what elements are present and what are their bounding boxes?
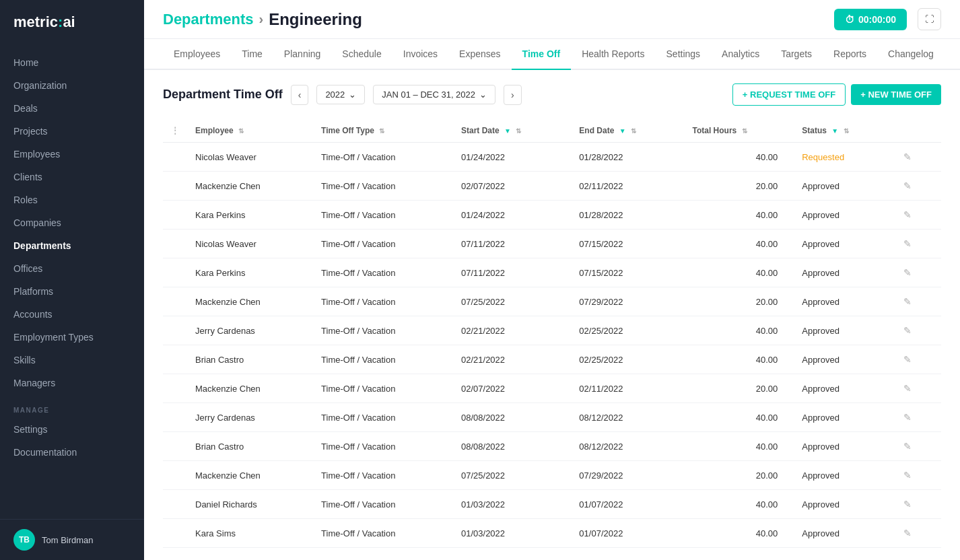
edit-button-13[interactable]: ✎	[899, 526, 916, 540]
row-edit-9[interactable]: ✎	[891, 403, 941, 432]
expand-button[interactable]: ⛶	[918, 8, 941, 30]
sidebar-item-organization[interactable]: Organization	[0, 74, 144, 97]
date-range-chevron: ⌄	[479, 90, 487, 100]
col-type-header[interactable]: Time Off Type ⇅	[313, 119, 453, 143]
next-period-button[interactable]: ›	[504, 85, 522, 105]
sidebar-item-departments[interactable]: Departments	[0, 234, 144, 257]
request-time-off-button[interactable]: + REQUEST TIME OFF	[732, 83, 846, 106]
row-employee-2: Kara Perkins	[187, 201, 313, 230]
row-edit-3[interactable]: ✎	[891, 230, 941, 258]
edit-button-0[interactable]: ✎	[899, 150, 916, 164]
year-selector[interactable]: 2022 ⌄	[316, 85, 365, 104]
tab-invoices[interactable]: Invoices	[392, 39, 448, 70]
row-hours-3: 40.00	[684, 230, 794, 258]
sidebar-item-projects[interactable]: Projects	[0, 120, 144, 143]
row-type-2: Time-Off / Vacation	[313, 201, 453, 230]
edit-button-7[interactable]: ✎	[899, 353, 916, 366]
row-edit-1[interactable]: ✎	[891, 172, 941, 201]
row-menu-5	[163, 287, 187, 316]
column-menu-icon[interactable]: ⋮	[171, 126, 179, 135]
edit-button-3[interactable]: ✎	[899, 237, 916, 250]
col-end-header[interactable]: End Date ▼ ⇅	[571, 119, 684, 143]
sidebar-item-documentation[interactable]: Documentation	[0, 441, 144, 464]
row-edit-7[interactable]: ✎	[891, 345, 941, 374]
timer-button[interactable]: ⏱ 00:00:00	[834, 9, 907, 30]
tab-time-off[interactable]: Time Off	[512, 39, 572, 70]
new-time-off-button[interactable]: + NEW TIME OFF	[851, 84, 941, 105]
row-edit-6[interactable]: ✎	[891, 316, 941, 345]
row-start-6: 02/21/2022	[453, 316, 571, 345]
tab-health-reports[interactable]: Health Reports	[571, 39, 655, 70]
edit-button-8[interactable]: ✎	[899, 382, 916, 395]
col-hours-header[interactable]: Total Hours ⇅	[684, 119, 794, 143]
date-range-selector[interactable]: JAN 01 – DEC 31, 2022 ⌄	[373, 85, 495, 104]
row-start-7: 02/21/2022	[453, 345, 571, 374]
row-edit-5[interactable]: ✎	[891, 287, 941, 316]
breadcrumb-parent[interactable]: Departments	[163, 11, 253, 28]
tab-time[interactable]: Time	[231, 39, 273, 70]
row-menu-2	[163, 201, 187, 230]
row-edit-0[interactable]: ✎	[891, 143, 941, 172]
row-end-13: 01/07/2022	[571, 519, 684, 548]
sidebar-item-platforms[interactable]: Platforms	[0, 280, 144, 303]
sidebar-item-managers[interactable]: Managers	[0, 372, 144, 394]
sidebar-item-roles[interactable]: Roles	[0, 188, 144, 211]
tab-targets[interactable]: Targets	[770, 39, 823, 70]
table-row: Jerry Cardenas Time-Off / Vacation 08/08…	[163, 403, 941, 432]
sidebar-item-clients[interactable]: Clients	[0, 166, 144, 188]
edit-button-1[interactable]: ✎	[899, 179, 916, 193]
row-edit-2[interactable]: ✎	[891, 201, 941, 230]
edit-button-2[interactable]: ✎	[899, 208, 916, 221]
tab-changelog[interactable]: Changelog	[877, 39, 945, 70]
row-employee-3: Nicolas Weaver	[187, 230, 313, 258]
row-type-10: Time-Off / Vacation	[313, 432, 453, 461]
tab-schedule[interactable]: Schedule	[331, 39, 392, 70]
sidebar-item-employees[interactable]: Employees	[0, 143, 144, 166]
col-start-header[interactable]: Start Date ▼ ⇅	[453, 119, 571, 143]
edit-button-11[interactable]: ✎	[899, 468, 916, 482]
sidebar-footer[interactable]: TB Tom Birdman	[0, 519, 144, 560]
row-edit-11[interactable]: ✎	[891, 461, 941, 490]
row-edit-4[interactable]: ✎	[891, 258, 941, 287]
row-menu-12	[163, 490, 187, 519]
sidebar-item-home[interactable]: Home	[0, 51, 144, 74]
tab-planning[interactable]: Planning	[273, 39, 332, 70]
edit-button-6[interactable]: ✎	[899, 324, 916, 337]
edit-button-12[interactable]: ✎	[899, 497, 916, 511]
tab-expenses[interactable]: Expenses	[448, 39, 511, 70]
tab-analytics[interactable]: Analytics	[711, 39, 770, 70]
row-status-1: Approved	[794, 172, 891, 201]
row-edit-10[interactable]: ✎	[891, 432, 941, 461]
row-menu-0	[163, 143, 187, 172]
edit-button-4[interactable]: ✎	[899, 266, 916, 279]
sidebar-item-accounts[interactable]: Accounts	[0, 303, 144, 326]
sidebar-item-skills[interactable]: Skills	[0, 349, 144, 372]
sidebar-item-employment-types[interactable]: Employment Types	[0, 326, 144, 349]
year-chevron: ⌄	[349, 90, 356, 100]
row-start-3: 07/11/2022	[453, 230, 571, 258]
date-range-value: JAN 01 – DEC 31, 2022	[382, 90, 475, 100]
sidebar-item-companies[interactable]: Companies	[0, 211, 144, 234]
prev-period-button[interactable]: ‹	[291, 85, 309, 105]
main-content: Departments › Engineering ⏱ 00:00:00 ⛶ E…	[144, 0, 960, 560]
row-end-0: 01/28/2022	[571, 143, 684, 172]
tab-reports[interactable]: Reports	[823, 39, 877, 70]
edit-button-9[interactable]: ✎	[899, 411, 916, 424]
expand-icon: ⛶	[925, 14, 934, 24]
sidebar-item-settings[interactable]: Settings	[0, 418, 144, 441]
edit-button-10[interactable]: ✎	[899, 440, 916, 453]
tabs-bar: EmployeesTimePlanningScheduleInvoicesExp…	[144, 39, 960, 70]
sidebar-item-offices[interactable]: Offices	[0, 257, 144, 280]
tab-employees[interactable]: Employees	[163, 39, 231, 70]
row-edit-13[interactable]: ✎	[891, 519, 941, 548]
row-status-10: Approved	[794, 432, 891, 461]
col-status-header[interactable]: Status ▼ ⇅	[794, 119, 891, 143]
edit-button-5[interactable]: ✎	[899, 295, 916, 308]
row-edit-8[interactable]: ✎	[891, 374, 941, 403]
row-edit-12[interactable]: ✎	[891, 490, 941, 519]
col-employee-header[interactable]: Employee ⇅	[187, 119, 313, 143]
row-status-9: Approved	[794, 403, 891, 432]
table-row: Kara Perkins Time-Off / Vacation 01/24/2…	[163, 201, 941, 230]
sidebar-item-deals[interactable]: Deals	[0, 97, 144, 120]
tab-settings[interactable]: Settings	[656, 39, 712, 70]
